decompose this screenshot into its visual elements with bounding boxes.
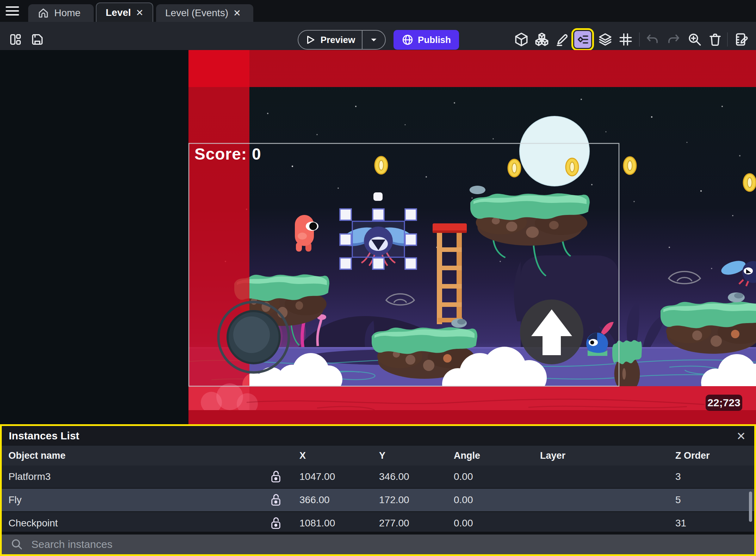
instances-panel-title: Instances List bbox=[9, 430, 79, 442]
instance-x[interactable]: 366.00 bbox=[294, 494, 374, 506]
preview-label: Preview bbox=[321, 35, 355, 45]
scene-render bbox=[0, 50, 756, 424]
home-icon bbox=[37, 7, 49, 19]
tab-level-events[interactable]: Level (Events) ✕ bbox=[156, 4, 253, 22]
gdevelop-editor-window: Home Level ✕ Level (Events) ✕ Preview bbox=[0, 0, 756, 556]
toolbar-divider bbox=[639, 32, 640, 47]
lock-toggle[interactable] bbox=[258, 517, 294, 530]
tab-home[interactable]: Home bbox=[28, 4, 94, 22]
save-button[interactable] bbox=[29, 31, 46, 48]
instances-list-icon bbox=[575, 32, 590, 47]
lock-toggle[interactable] bbox=[258, 494, 294, 506]
object-groups-button[interactable] bbox=[533, 31, 550, 48]
instance-y[interactable]: 172.00 bbox=[374, 494, 448, 506]
score-hud-text: Score: 0 bbox=[194, 144, 261, 163]
undo-button[interactable] bbox=[644, 31, 661, 48]
lock-open-icon bbox=[271, 470, 281, 483]
cubes-icon bbox=[534, 32, 549, 47]
preview-main[interactable]: Preview bbox=[298, 35, 362, 45]
lock-open-icon bbox=[271, 517, 281, 530]
delete-button[interactable] bbox=[707, 31, 724, 48]
column-layer: Layer bbox=[535, 450, 670, 461]
instance-z-order[interactable]: 31 bbox=[670, 518, 754, 529]
publish-label: Publish bbox=[418, 35, 451, 45]
main-menu-icon[interactable] bbox=[6, 4, 21, 18]
tab-level[interactable]: Level ✕ bbox=[96, 2, 153, 22]
column-object-name: Object name bbox=[2, 450, 258, 461]
table-row-fly[interactable]: Fly 366.00 172.00 0.00 5 bbox=[2, 489, 754, 512]
edit-document-icon bbox=[734, 32, 749, 47]
instance-name: Platform3 bbox=[2, 471, 258, 482]
column-x: X bbox=[294, 450, 374, 461]
table-row-platform3[interactable]: Platform3 1047.00 346.00 0.00 3 bbox=[2, 465, 754, 489]
tab-level-events-close-icon[interactable]: ✕ bbox=[233, 8, 241, 18]
column-angle: Angle bbox=[448, 450, 535, 461]
globe-icon bbox=[402, 34, 414, 46]
layers-panel-button[interactable] bbox=[597, 31, 614, 48]
lock-open-icon bbox=[271, 494, 281, 506]
panel-scrollbar[interactable] bbox=[749, 492, 752, 522]
cube-icon bbox=[514, 32, 529, 47]
tab-level-close-icon[interactable]: ✕ bbox=[136, 8, 144, 17]
instances-list-panel: Instances List ✕ Object name X Y Angle L… bbox=[0, 424, 756, 556]
zoom-in-icon bbox=[687, 32, 702, 47]
instance-y[interactable]: 277.00 bbox=[374, 518, 448, 529]
preview-dropdown-button[interactable] bbox=[362, 31, 385, 49]
tab-level-label: Level bbox=[106, 7, 131, 18]
instance-z-order[interactable]: 3 bbox=[670, 471, 754, 482]
trash-icon bbox=[708, 32, 723, 47]
instances-search-bar bbox=[2, 535, 754, 554]
cursor-coordinates-badge: 22;723 bbox=[706, 395, 742, 411]
instances-table-header: Object name X Y Angle Layer Z Order bbox=[2, 446, 754, 465]
instance-angle[interactable]: 0.00 bbox=[448, 494, 535, 506]
instance-name: Fly bbox=[2, 494, 258, 506]
play-icon bbox=[305, 35, 316, 45]
instance-x[interactable]: 1047.00 bbox=[294, 471, 374, 482]
search-instances-input[interactable] bbox=[31, 538, 754, 551]
tab-bar: Home Level ✕ Level (Events) ✕ bbox=[0, 0, 756, 22]
instance-z-order[interactable]: 5 bbox=[670, 494, 754, 506]
close-panel-icon[interactable]: ✕ bbox=[736, 430, 746, 443]
jump-button[interactable] bbox=[520, 299, 583, 364]
publish-button[interactable]: Publish bbox=[394, 30, 459, 50]
search-icon bbox=[11, 538, 23, 550]
undo-icon bbox=[645, 32, 660, 47]
platform-small[interactable] bbox=[612, 340, 642, 393]
toolbar-divider bbox=[727, 32, 728, 47]
redo-icon bbox=[666, 32, 681, 47]
redo-button[interactable] bbox=[665, 31, 682, 48]
preview-button[interactable]: Preview bbox=[298, 30, 386, 50]
moon[interactable] bbox=[520, 116, 589, 186]
scene-editor-canvas[interactable]: Score: 0 22;723 bbox=[0, 50, 756, 424]
instances-panel-titlebar: Instances List ✕ bbox=[2, 426, 754, 446]
tab-level-events-label: Level (Events) bbox=[165, 7, 228, 19]
column-y: Y bbox=[374, 450, 448, 461]
pencil-icon bbox=[555, 32, 570, 47]
grid-icon bbox=[618, 32, 633, 47]
joystick-control[interactable] bbox=[218, 302, 289, 372]
tab-home-label: Home bbox=[54, 7, 81, 19]
objects-panel-button[interactable] bbox=[513, 31, 530, 48]
instance-angle[interactable]: 0.00 bbox=[448, 471, 535, 482]
toggle-panels-button[interactable] bbox=[7, 31, 24, 48]
grid-button[interactable] bbox=[617, 31, 634, 48]
zoom-button[interactable] bbox=[686, 31, 703, 48]
save-icon bbox=[30, 32, 44, 47]
chevron-down-icon bbox=[369, 35, 378, 44]
layout-icon bbox=[8, 32, 23, 47]
layers-icon bbox=[598, 32, 613, 47]
edit-mode-button[interactable] bbox=[554, 31, 571, 48]
instances-list-button[interactable] bbox=[574, 31, 591, 48]
lock-toggle[interactable] bbox=[258, 470, 294, 483]
column-z-order: Z Order bbox=[670, 450, 754, 461]
instance-name: Checkpoint bbox=[2, 518, 258, 529]
instance-y[interactable]: 346.00 bbox=[374, 471, 448, 482]
instance-angle[interactable]: 0.00 bbox=[448, 518, 535, 529]
panel-gap bbox=[2, 532, 754, 535]
scene-properties-button[interactable] bbox=[733, 31, 750, 48]
instance-x[interactable]: 1081.00 bbox=[294, 518, 374, 529]
